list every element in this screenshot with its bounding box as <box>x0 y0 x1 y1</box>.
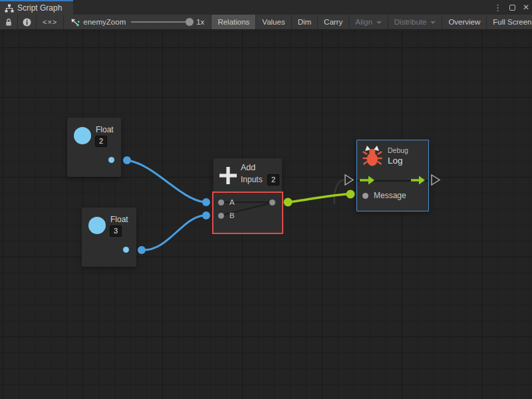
node-category: Debug <box>388 146 408 154</box>
zoom-slider[interactable] <box>131 21 190 23</box>
graph-asset-icon <box>70 18 80 27</box>
node-title: Add <box>241 163 255 172</box>
control-flow-line <box>357 180 428 182</box>
port-a-label: A <box>229 198 235 206</box>
wire-endpoint <box>284 198 293 207</box>
dim-button[interactable]: Dim <box>292 15 318 29</box>
graph-breadcrumb-segment: enemy Zoom 1x <box>64 15 211 29</box>
overview-button[interactable]: Overview <box>442 15 487 29</box>
titlebar: Script Graph ⋮ ✕ <box>0 0 532 15</box>
float-value-field[interactable]: 3 <box>110 225 122 237</box>
input-port-a[interactable] <box>218 200 224 205</box>
float-output-port[interactable] <box>108 157 114 163</box>
window-controls: ⋮ ✕ <box>493 0 529 15</box>
toolbar: <×> enemy Zoom 1x Relations Values Dim C… <box>0 15 532 30</box>
graph-name[interactable]: enemy <box>83 18 106 26</box>
wire-sum-to-message[interactable] <box>288 194 349 202</box>
zoom-slider-handle[interactable] <box>186 18 194 26</box>
close-icon[interactable]: ✕ <box>523 3 529 11</box>
node-float-2[interactable]: Float 3 <box>82 207 136 267</box>
code-view-button[interactable]: <×> <box>37 15 64 29</box>
message-port-label: Message <box>374 191 406 200</box>
distribute-button[interactable]: Distribute <box>388 15 443 29</box>
wire-endpoint <box>202 198 210 206</box>
info-button[interactable] <box>18 15 37 29</box>
add-icon <box>219 166 237 185</box>
output-port-sum[interactable] <box>269 200 275 205</box>
relations-button[interactable]: Relations <box>211 15 256 29</box>
wire-float1-to-a[interactable] <box>127 160 204 202</box>
zoom-value: 1x <box>196 18 204 26</box>
inputs-count-field[interactable]: 2 <box>267 174 279 186</box>
float-type-icon <box>74 127 91 144</box>
script-graph-icon <box>5 4 14 13</box>
control-output-triangle[interactable] <box>432 175 440 185</box>
carry-button[interactable]: Carry <box>318 15 349 29</box>
lock-icon <box>5 18 13 27</box>
align-button[interactable]: Align <box>349 15 388 29</box>
fullscreen-button[interactable]: Full Screen <box>487 15 532 29</box>
graph-canvas[interactable]: Float 2 Float 3 Add Inputs 2 <box>0 30 532 399</box>
info-icon <box>23 18 31 27</box>
values-button[interactable]: Values <box>256 15 291 29</box>
tab-script-graph[interactable]: Script Graph <box>0 0 73 15</box>
node-title: Float <box>96 125 114 134</box>
code-view-icon: <×> <box>43 18 57 26</box>
wire-endpoint <box>202 211 210 219</box>
dropdown-arrow-icon <box>376 21 382 24</box>
node-title: Float <box>110 215 128 224</box>
tab-label: Script Graph <box>17 3 62 13</box>
lock-button[interactable] <box>0 15 18 29</box>
node-add-ports-selection[interactable]: A B <box>213 193 282 233</box>
dropdown-arrow-icon <box>430 21 436 24</box>
script-graph-window: Script Graph ⋮ ✕ <×> <box>0 0 532 399</box>
float-type-icon <box>88 217 106 234</box>
wire-endpoint <box>346 190 355 199</box>
input-port-b[interactable] <box>218 213 224 219</box>
float-value-field[interactable]: 2 <box>95 136 107 147</box>
float-output-port[interactable] <box>123 247 129 253</box>
message-input-port[interactable] <box>362 193 368 199</box>
node-title: Log <box>388 156 403 166</box>
node-add[interactable]: Add Inputs 2 <box>213 158 282 193</box>
bug-icon <box>362 145 382 168</box>
wire-endpoint <box>138 246 146 254</box>
port-b-label: B <box>229 211 235 219</box>
inputs-label: Inputs <box>241 175 263 184</box>
zoom-control: Zoom 1x <box>106 18 205 26</box>
wire-endpoint <box>123 156 131 164</box>
control-input-triangle[interactable] <box>345 175 353 185</box>
wire-float2-to-b[interactable] <box>142 215 204 250</box>
zoom-label: Zoom <box>106 18 126 26</box>
maximize-icon[interactable] <box>509 5 515 11</box>
dimmed-control-wire <box>334 180 344 204</box>
window-menu-icon[interactable]: ⋮ <box>493 3 502 12</box>
node-float-1[interactable]: Float 2 <box>67 118 121 177</box>
node-debug-log[interactable]: Debug Log Message <box>356 140 429 211</box>
